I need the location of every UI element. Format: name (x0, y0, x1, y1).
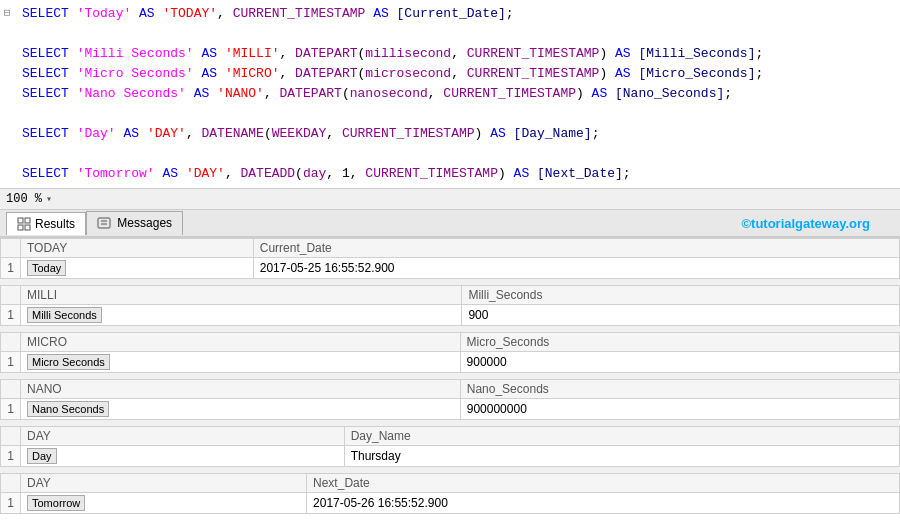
col-nano-seconds: Nano_Seconds (460, 380, 899, 399)
code-line-6 (0, 104, 900, 124)
result-header-3: MICRO Micro_Seconds (1, 333, 900, 352)
cell-tomorrow-val: Tomorrow (21, 493, 307, 514)
cell-nano-val: Nano Seconds (21, 399, 461, 420)
svg-rect-0 (18, 218, 23, 223)
cell-milli-btn: Milli Seconds (27, 307, 102, 323)
code-line-7: SELECT 'Day' AS 'DAY', DATENAME(WEEKDAY,… (0, 124, 900, 144)
line-num (0, 85, 14, 86)
line-num (0, 45, 14, 46)
cell-tomorrow-btn: Tomorrow (27, 495, 85, 511)
col-empty (1, 286, 21, 305)
result-header-6: DAY Next_Date (1, 474, 900, 493)
code-line-5: SELECT 'Nano Seconds' AS 'NANO', DATEPAR… (0, 84, 900, 104)
col-day2: DAY (21, 474, 307, 493)
cell-micro-seconds-val: 900000 (460, 352, 899, 373)
line-num (0, 65, 14, 66)
row-number: 1 (1, 446, 21, 467)
col-empty (1, 474, 21, 493)
row-number: 1 (1, 305, 21, 326)
code-text: SELECT 'Nano Seconds' AS 'NANO', DATEPAR… (14, 85, 732, 103)
results-grid-icon (17, 217, 31, 231)
tab-messages[interactable]: Messages (86, 211, 183, 235)
col-milli-seconds: Milli_Seconds (462, 286, 900, 305)
svg-rect-2 (18, 225, 23, 230)
result-header-2: MILLI Milli_Seconds (1, 286, 900, 305)
result-header-5: DAY Day_Name (1, 427, 900, 446)
line-num (0, 125, 14, 126)
code-editor[interactable]: ⊟ SELECT 'Today' AS 'TODAY', CURRENT_TIM… (0, 0, 900, 189)
table-row: 1 Day Thursday (1, 446, 900, 467)
cell-nano-seconds-val: 900000000 (460, 399, 899, 420)
table-row: 1 Nano Seconds 900000000 (1, 399, 900, 420)
tab-messages-label: Messages (117, 216, 172, 230)
collapse-indicator: ⊟ (0, 5, 14, 19)
messages-icon (97, 217, 111, 231)
row-number: 1 (1, 258, 21, 279)
col-empty (1, 333, 21, 352)
result-table-3: MICRO Micro_Seconds 1 Micro Seconds 9000… (0, 332, 900, 373)
row-number: 1 (1, 399, 21, 420)
code-text (14, 145, 30, 163)
row-number: 1 (1, 493, 21, 514)
col-empty (1, 380, 21, 399)
col-nano: NANO (21, 380, 461, 399)
cell-milli-seconds-val: 900 (462, 305, 900, 326)
code-line-1: ⊟ SELECT 'Today' AS 'TODAY', CURRENT_TIM… (0, 4, 900, 24)
zoom-dropdown[interactable]: ▾ (46, 193, 52, 205)
cell-micro-btn: Micro Seconds (27, 354, 110, 370)
col-day-name: Day_Name (344, 427, 899, 446)
code-line-2 (0, 24, 900, 44)
results-area[interactable]: TODAY Current_Date 1 Today 2017-05-25 16… (0, 238, 900, 529)
col-day: DAY (21, 427, 345, 446)
cell-nano-btn: Nano Seconds (27, 401, 109, 417)
col-empty (1, 239, 21, 258)
code-line-4: SELECT 'Micro Seconds' AS 'MICRO', DATEP… (0, 64, 900, 84)
svg-rect-1 (25, 218, 30, 223)
table-row: 1 Milli Seconds 900 (1, 305, 900, 326)
cell-day-btn: Day (27, 448, 57, 464)
col-milli: MILLI (21, 286, 462, 305)
cell-next-date-val: 2017-05-26 16:55:52.900 (307, 493, 900, 514)
result-table-1: TODAY Current_Date 1 Today 2017-05-25 16… (0, 238, 900, 279)
code-text (14, 105, 30, 123)
zoom-level: 100 % (6, 192, 42, 206)
code-line-3: SELECT 'Milli Seconds' AS 'MILLI', DATEP… (0, 44, 900, 64)
cell-today-val: Today (21, 258, 254, 279)
code-text: SELECT 'Tomorrow' AS 'DAY', DATEADD(day,… (14, 165, 631, 183)
code-line-9: SELECT 'Tomorrow' AS 'DAY', DATEADD(day,… (0, 164, 900, 184)
col-current-date: Current_Date (253, 239, 899, 258)
table-row: 1 Tomorrow 2017-05-26 16:55:52.900 (1, 493, 900, 514)
result-table-6: DAY Next_Date 1 Tomorrow 2017-05-26 16:5… (0, 473, 900, 514)
code-text (14, 25, 30, 43)
watermark-text: ©tutorialgateway.org (741, 216, 870, 231)
table-row: 1 Micro Seconds 900000 (1, 352, 900, 373)
col-micro-seconds: Micro_Seconds (460, 333, 899, 352)
cell-today-btn: Today (27, 260, 66, 276)
cell-day-val: Day (21, 446, 345, 467)
code-line-8 (0, 144, 900, 164)
col-today: TODAY (21, 239, 254, 258)
result-table-2: MILLI Milli_Seconds 1 Milli Seconds 900 (0, 285, 900, 326)
cell-micro-val: Micro Seconds (21, 352, 461, 373)
line-num (0, 145, 14, 146)
code-text: SELECT 'Today' AS 'TODAY', CURRENT_TIMES… (14, 5, 514, 23)
cell-current-date-val: 2017-05-25 16:55:52.900 (253, 258, 899, 279)
result-header-4: NANO Nano_Seconds (1, 380, 900, 399)
line-num (0, 165, 14, 166)
svg-rect-3 (25, 225, 30, 230)
tab-results[interactable]: Results (6, 212, 86, 235)
row-number: 1 (1, 352, 21, 373)
code-text: SELECT 'Day' AS 'DAY', DATENAME(WEEKDAY,… (14, 125, 599, 143)
cell-day-name-val: Thursday (344, 446, 899, 467)
code-text: SELECT 'Micro Seconds' AS 'MICRO', DATEP… (14, 65, 763, 83)
line-num (0, 105, 14, 106)
result-header-1: TODAY Current_Date (1, 239, 900, 258)
line-num (0, 25, 14, 26)
editor-toolbar: 100 % ▾ (0, 189, 900, 210)
cell-milli-val: Milli Seconds (21, 305, 462, 326)
table-row: 1 Today 2017-05-25 16:55:52.900 (1, 258, 900, 279)
result-table-5: DAY Day_Name 1 Day Thursday (0, 426, 900, 467)
svg-rect-4 (98, 218, 110, 228)
result-table-4: NANO Nano_Seconds 1 Nano Seconds 9000000… (0, 379, 900, 420)
col-micro: MICRO (21, 333, 461, 352)
